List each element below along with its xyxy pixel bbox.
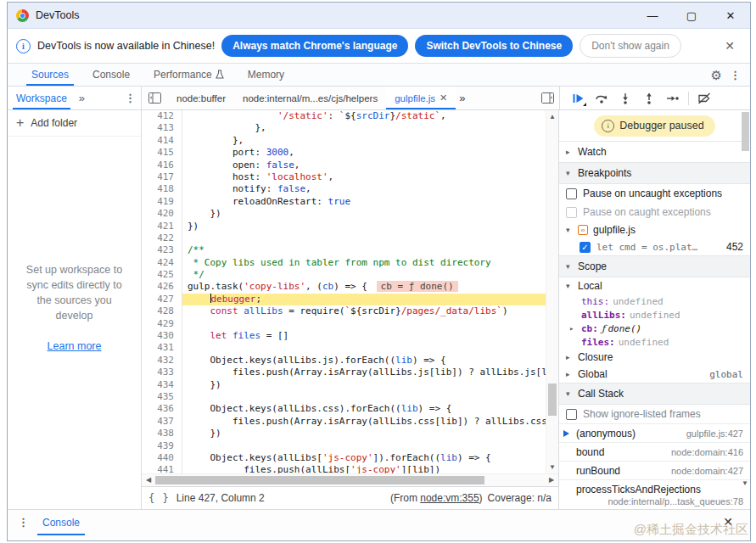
add-folder-button[interactable]: + Add folder — [8, 110, 141, 137]
line-number[interactable]: 413 — [142, 122, 182, 134]
vertical-scroll-thumb[interactable] — [548, 383, 557, 416]
line-number[interactable]: 423 — [142, 244, 182, 256]
tab-workspace[interactable]: Workspace — [13, 87, 70, 109]
scope-group-local[interactable]: ▾Local — [559, 277, 750, 294]
pause-option-row[interactable]: Pause on uncaught exceptions — [559, 184, 750, 203]
callstack-frame[interactable]: boundnode:domain:416 — [559, 443, 750, 462]
watermark-text: @稀土掘金技术社区 — [634, 522, 748, 538]
scope-group-global[interactable]: ▸Globalglobal — [559, 366, 750, 383]
code-text: }) — [182, 208, 546, 220]
breakpoint-entry[interactable]: ✓let cmd = os.plat…452 — [559, 238, 750, 255]
editor-tab-gulpfile[interactable]: gulpfile.js ✕ — [386, 87, 456, 109]
scroll-right-icon[interactable]: ▶ — [546, 476, 557, 484]
editor-statusbar: { } Line 427, Column 2 (From node:vm:355… — [142, 486, 558, 509]
minimize-button[interactable]: — — [633, 3, 672, 28]
editor-more-tabs-icon[interactable]: » — [456, 87, 468, 109]
more-options-icon[interactable]: ⋮ — [725, 69, 745, 81]
editor-horizontal-scrollbar[interactable]: ◀ ▶ — [142, 473, 558, 486]
hide-navigator-icon[interactable] — [142, 87, 168, 109]
checkbox-unchecked[interactable] — [566, 207, 577, 218]
scroll-up-icon[interactable]: ▲ — [546, 113, 558, 120]
switch-to-chinese-button[interactable]: Switch DevTools to Chinese — [415, 35, 573, 57]
line-number[interactable]: 419 — [142, 196, 182, 208]
editor-tab-node-buffer[interactable]: node:buffer — [168, 87, 234, 109]
drawer-tab-console[interactable]: Console — [37, 510, 85, 535]
line-number[interactable]: 433 — [142, 367, 182, 378]
line-number[interactable]: 424 — [142, 257, 182, 269]
callstack-frame[interactable]: (anonymous)gulpfile.js:427 — [559, 424, 750, 443]
checkbox-checked[interactable]: ✓ — [580, 242, 591, 253]
line-number[interactable]: 431 — [142, 342, 182, 354]
pretty-print-icon[interactable]: { } — [148, 492, 170, 504]
line-number[interactable]: 440 — [142, 452, 182, 464]
code-text — [182, 318, 546, 330]
line-number[interactable]: 436 — [142, 403, 182, 415]
step-button[interactable] — [662, 89, 684, 108]
breakpoint-file-group[interactable]: ▾ ‹› gulpfile.js — [559, 221, 750, 238]
line-number[interactable]: 441 — [142, 464, 182, 473]
line-number[interactable]: 421 — [142, 221, 182, 232]
line-number[interactable]: 422 — [142, 232, 182, 244]
breakpoints-section-header[interactable]: ▾ Breakpoints — [559, 162, 750, 184]
line-number[interactable]: 437 — [142, 416, 182, 428]
scope-variable-row[interactable]: ▸cb:ƒ done() — [559, 322, 750, 335]
sidebar-scroll-down-icon[interactable]: ▼ — [742, 479, 748, 487]
sidebar-kebab-icon[interactable]: ⋮ — [120, 92, 141, 104]
line-number[interactable]: 427 — [142, 294, 182, 305]
drawer-kebab-icon[interactable]: ⋮ — [8, 516, 37, 529]
editor-tab-cjs-helpers[interactable]: node:internal/m...es/cjs/helpers — [234, 87, 386, 109]
tab-memory[interactable]: Memory — [243, 64, 289, 86]
scope-section-header[interactable]: ▾ Scope — [559, 255, 750, 277]
close-button[interactable]: ✕ — [711, 3, 750, 28]
tab-close-icon[interactable]: ✕ — [440, 92, 447, 104]
callstack-frame[interactable]: processTicksAndRejectionsnode:internal/p… — [559, 480, 750, 509]
line-number[interactable]: 429 — [142, 318, 182, 330]
tab-performance[interactable]: Performance — [148, 64, 229, 86]
line-number[interactable]: 434 — [142, 379, 182, 391]
checkbox-unchecked[interactable] — [566, 188, 577, 199]
sidebar-scroll-thumb[interactable] — [742, 112, 749, 151]
show-debugger-sidebar-icon[interactable] — [541, 87, 559, 109]
line-number[interactable]: 432 — [142, 355, 182, 367]
source-origin-link[interactable]: node:vm:355 — [420, 492, 479, 504]
line-number[interactable]: 417 — [142, 171, 182, 183]
infobar-close-icon[interactable]: ✕ — [718, 39, 742, 53]
scope-group-closure[interactable]: ▸Closure — [559, 349, 750, 366]
line-number[interactable]: 415 — [142, 147, 182, 159]
scroll-down-icon[interactable]: ▼ — [546, 463, 558, 471]
watch-section-header[interactable]: ▸ Watch — [559, 141, 750, 162]
settings-gear-icon[interactable]: ⚙ — [711, 69, 722, 81]
scroll-left-icon[interactable]: ◀ — [143, 476, 154, 484]
line-number[interactable]: 438 — [142, 428, 182, 439]
line-number[interactable]: 439 — [142, 440, 182, 452]
line-number[interactable]: 418 — [142, 183, 182, 195]
line-number[interactable]: 414 — [142, 135, 182, 147]
deactivate-breakpoints-button[interactable] — [693, 89, 715, 108]
editor-vertical-scrollbar[interactable]: ▲ ▼ — [546, 110, 558, 473]
line-number[interactable]: 412 — [142, 110, 182, 122]
line-number[interactable]: 435 — [142, 391, 182, 403]
step-over-button[interactable] — [591, 89, 613, 108]
callstack-frame[interactable]: runBoundnode:domain:427 — [559, 462, 750, 480]
horizontal-scroll-thumb[interactable] — [155, 476, 484, 484]
tab-console[interactable]: Console — [87, 64, 135, 86]
resume-script-button[interactable] — [567, 89, 589, 108]
dont-show-again-button[interactable]: Don't show again — [580, 34, 681, 58]
match-language-button[interactable]: Always match Chrome's language — [221, 35, 408, 57]
line-number[interactable]: 428 — [142, 305, 182, 317]
show-ignore-listed-toggle[interactable]: Show ignore-listed frames — [559, 405, 750, 424]
checkbox-unchecked[interactable] — [566, 409, 577, 420]
line-number[interactable]: 430 — [142, 330, 182, 342]
callstack-section-header[interactable]: ▾ Call Stack — [559, 383, 750, 405]
tab-sources[interactable]: Sources — [26, 64, 74, 86]
line-number[interactable]: 425 — [142, 269, 182, 281]
learn-more-link[interactable]: Learn more — [48, 340, 102, 352]
line-number[interactable]: 426 — [142, 281, 182, 293]
step-out-button[interactable] — [638, 89, 660, 108]
line-number[interactable]: 416 — [142, 160, 182, 171]
line-number[interactable]: 420 — [142, 208, 182, 220]
step-into-button[interactable] — [614, 89, 636, 108]
maximize-button[interactable]: ▢ — [672, 3, 711, 28]
pause-option-row[interactable]: Pause on caught exceptions — [559, 203, 750, 221]
sidebar-more-tabs-icon[interactable]: » — [79, 92, 85, 104]
